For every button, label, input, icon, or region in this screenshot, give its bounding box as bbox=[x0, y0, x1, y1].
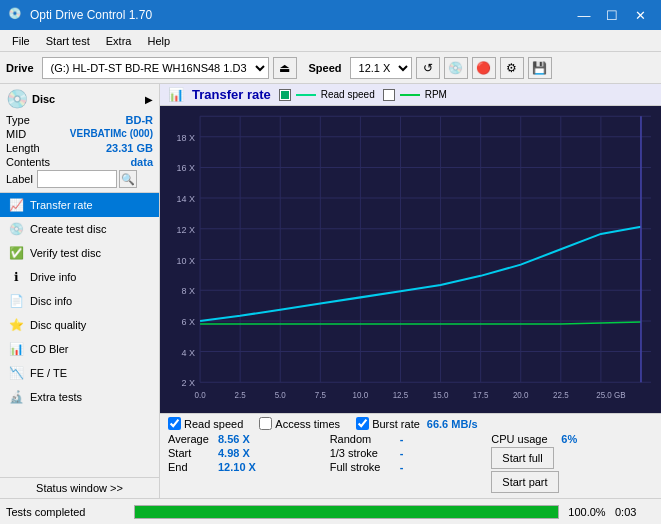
stats-random-row: Random - bbox=[330, 433, 492, 445]
title-bar: 💿 Opti Drive Control 1.70 — ☐ ✕ bbox=[0, 0, 661, 30]
rpm-checkbox[interactable] bbox=[383, 89, 395, 101]
disc-info-icon: 📄 bbox=[8, 294, 24, 308]
svg-text:22.5: 22.5 bbox=[553, 391, 569, 400]
stats-cpu-row: CPU usage 6% bbox=[491, 433, 653, 445]
verify-test-disc-icon: ✅ bbox=[8, 246, 24, 260]
end-value: 12.10 X bbox=[218, 461, 263, 473]
cpu-usage-label: CPU usage bbox=[491, 433, 561, 445]
disc-icon: 💿 bbox=[6, 88, 28, 110]
stats-average-row: Average 8.56 X bbox=[168, 433, 330, 445]
settings-button[interactable]: ⚙ bbox=[500, 57, 524, 79]
right-content: 📊 Transfer rate Read speed RPM bbox=[160, 84, 661, 498]
speed-select[interactable]: 12.1 X bbox=[350, 57, 412, 79]
nav-transfer-rate-label: Transfer rate bbox=[30, 199, 93, 211]
svg-text:25.0 GB: 25.0 GB bbox=[596, 391, 625, 400]
rpm-legend-line bbox=[400, 94, 420, 96]
random-label: Random bbox=[330, 433, 400, 445]
maximize-button[interactable]: ☐ bbox=[599, 5, 625, 25]
access-times-checkbox[interactable] bbox=[259, 417, 272, 430]
fe-te-icon: 📉 bbox=[8, 366, 24, 380]
nav-disc-info[interactable]: 📄 Disc info bbox=[0, 289, 159, 313]
disc-mid-label: MID bbox=[6, 128, 26, 140]
chart-area: 2 X 4 X 6 X 8 X 10 X 12 X 14 X 16 X 18 X… bbox=[160, 106, 661, 413]
svg-text:5.0: 5.0 bbox=[275, 391, 287, 400]
nav-extra-tests[interactable]: 🔬 Extra tests bbox=[0, 385, 159, 409]
menu-extra[interactable]: Extra bbox=[98, 33, 140, 49]
svg-text:20.0: 20.0 bbox=[513, 391, 529, 400]
drive-toolbar: Drive (G:) HL-DT-ST BD-RE WH16NS48 1.D3 … bbox=[0, 52, 661, 84]
menu-help[interactable]: Help bbox=[139, 33, 178, 49]
chart-title: Transfer rate bbox=[192, 87, 271, 102]
average-value: 8.56 X bbox=[218, 433, 263, 445]
stats-end-row: End 12.10 X bbox=[168, 461, 330, 473]
refresh-button[interactable]: ↺ bbox=[416, 57, 440, 79]
save-button[interactable]: 💾 bbox=[528, 57, 552, 79]
burst-rate-value: 66.6 MB/s bbox=[427, 418, 478, 430]
progress-text: 100.0% bbox=[567, 506, 607, 518]
nav-cd-bler-label: CD Bler bbox=[30, 343, 69, 355]
svg-text:7.5: 7.5 bbox=[315, 391, 327, 400]
svg-text:6 X: 6 X bbox=[182, 317, 196, 327]
start-value: 4.98 X bbox=[218, 447, 263, 459]
svg-text:15.0: 15.0 bbox=[433, 391, 449, 400]
stats-fullstroke-row: Full stroke - bbox=[330, 461, 492, 473]
menu-file[interactable]: File bbox=[4, 33, 38, 49]
start-part-button[interactable]: Start part bbox=[491, 471, 558, 493]
nav-transfer-rate[interactable]: 📈 Transfer rate bbox=[0, 193, 159, 217]
nav-create-test-disc[interactable]: 💿 Create test disc bbox=[0, 217, 159, 241]
svg-text:16 X: 16 X bbox=[177, 163, 196, 173]
nav-drive-info[interactable]: ℹ Drive info bbox=[0, 265, 159, 289]
time-text: 0:03 bbox=[615, 506, 655, 518]
svg-text:2.5: 2.5 bbox=[235, 391, 247, 400]
random-value: - bbox=[400, 433, 404, 445]
start-label: Start bbox=[168, 447, 218, 459]
burst-rate-checkbox[interactable] bbox=[356, 417, 369, 430]
read-speed-check-item: Read speed bbox=[168, 417, 243, 430]
svg-text:12.5: 12.5 bbox=[393, 391, 409, 400]
status-window-button[interactable]: Status window >> bbox=[0, 477, 159, 498]
disc-label-input[interactable] bbox=[37, 170, 117, 188]
disc-type-row: Type BD-R bbox=[6, 114, 153, 126]
rpm-legend-label: RPM bbox=[425, 89, 447, 100]
svg-text:8 X: 8 X bbox=[182, 286, 196, 296]
menu-start-test[interactable]: Start test bbox=[38, 33, 98, 49]
stats-col-2: Random - 1/3 stroke - Full stroke - bbox=[330, 433, 492, 495]
nav-verify-test-disc-label: Verify test disc bbox=[30, 247, 101, 259]
drive-select[interactable]: (G:) HL-DT-ST BD-RE WH16NS48 1.D3 bbox=[42, 57, 269, 79]
stats-onethird-row: 1/3 stroke - bbox=[330, 447, 492, 459]
disc-label-row: Label 🔍 bbox=[6, 170, 153, 188]
disc-button[interactable]: 💿 bbox=[444, 57, 468, 79]
svg-text:10.0: 10.0 bbox=[353, 391, 369, 400]
status-text: Tests completed bbox=[6, 506, 126, 518]
app-title: Opti Drive Control 1.70 bbox=[30, 8, 571, 22]
stats-checkboxes: Read speed Access times Burst rate 66.6 … bbox=[168, 417, 653, 430]
nav-verify-test-disc[interactable]: ✅ Verify test disc bbox=[0, 241, 159, 265]
svg-text:4 X: 4 X bbox=[182, 348, 196, 358]
nav-cd-bler[interactable]: 📊 CD Bler bbox=[0, 337, 159, 361]
read-speed-stat-checkbox[interactable] bbox=[168, 417, 181, 430]
minimize-button[interactable]: — bbox=[571, 5, 597, 25]
nav-fe-te[interactable]: 📉 FE / TE bbox=[0, 361, 159, 385]
disc-label-btn[interactable]: 🔍 bbox=[119, 170, 137, 188]
progress-bar-fill bbox=[135, 506, 558, 518]
nav-drive-info-label: Drive info bbox=[30, 271, 76, 283]
bottom-bar: Tests completed 100.0% 0:03 bbox=[0, 498, 661, 524]
speed-label: Speed bbox=[309, 62, 342, 74]
info-button[interactable]: 🔴 bbox=[472, 57, 496, 79]
legend-read-speed: Read speed bbox=[279, 89, 375, 101]
access-times-label: Access times bbox=[275, 418, 340, 430]
nav-disc-quality[interactable]: ⭐ Disc quality bbox=[0, 313, 159, 337]
disc-contents-value: data bbox=[130, 156, 153, 168]
nav-disc-info-label: Disc info bbox=[30, 295, 72, 307]
nav-extra-tests-label: Extra tests bbox=[30, 391, 82, 403]
disc-contents-label: Contents bbox=[6, 156, 50, 168]
start-full-button[interactable]: Start full bbox=[491, 447, 553, 469]
disc-mid-value: VERBATIMc (000) bbox=[70, 128, 153, 140]
read-speed-checkbox[interactable] bbox=[279, 89, 291, 101]
close-button[interactable]: ✕ bbox=[627, 5, 653, 25]
read-speed-check bbox=[281, 91, 289, 99]
eject-button[interactable]: ⏏ bbox=[273, 57, 297, 79]
burst-rate-check-item: Burst rate 66.6 MB/s bbox=[356, 417, 477, 430]
drive-label: Drive bbox=[6, 62, 34, 74]
legend-rpm: RPM bbox=[383, 89, 447, 101]
